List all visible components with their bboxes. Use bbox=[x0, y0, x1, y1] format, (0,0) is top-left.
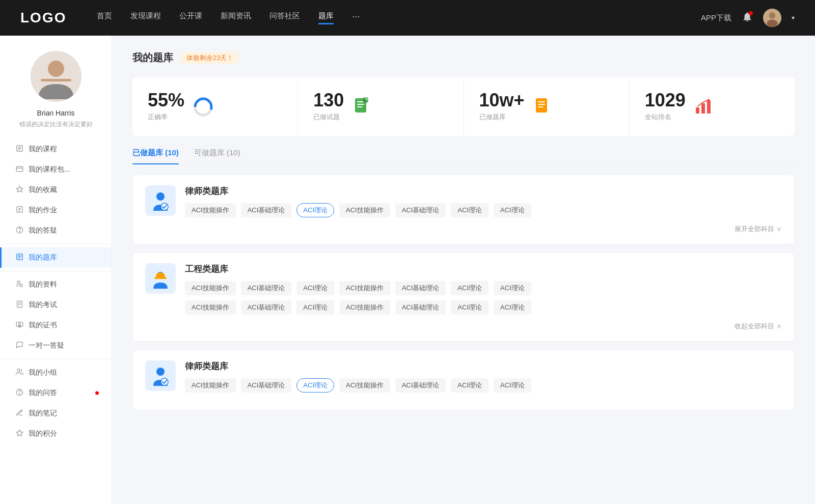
sidebar-item-exam[interactable]: 我的考试 bbox=[0, 295, 112, 315]
engineer-icon bbox=[145, 263, 176, 294]
tag[interactable]: ACI理论 bbox=[494, 378, 531, 393]
lawyer-icon-2 bbox=[145, 360, 176, 391]
sidebar-item-notes[interactable]: 我的笔记 bbox=[0, 403, 112, 424]
sidebar-item-question-bank[interactable]: 我的题库 bbox=[0, 247, 112, 268]
stat-correctness-rate: 55% 正确率 bbox=[132, 77, 298, 136]
tag[interactable]: ACI基础理论 bbox=[395, 300, 446, 315]
nav-discover[interactable]: 发现课程 bbox=[130, 11, 161, 24]
svg-point-4 bbox=[48, 61, 64, 77]
sidebar-item-qa[interactable]: 我的答疑 bbox=[0, 220, 112, 241]
sidebar-item-course-pkg[interactable]: 我的课程包... bbox=[0, 159, 112, 180]
sidebar-item-course[interactable]: 我的课程 bbox=[0, 139, 112, 159]
avatar-image bbox=[763, 9, 781, 27]
nav-questions[interactable]: 题库 bbox=[318, 11, 334, 24]
nav-news[interactable]: 新闻资讯 bbox=[221, 11, 251, 24]
tag[interactable]: ACI技能操作 bbox=[185, 203, 236, 217]
app-download-button[interactable]: APP下载 bbox=[701, 13, 731, 23]
sidebar-item-certificate[interactable]: 我的证书 bbox=[0, 315, 112, 335]
svg-rect-39 bbox=[357, 106, 362, 107]
svg-point-48 bbox=[708, 99, 710, 101]
tag[interactable]: ACI基础理论 bbox=[395, 378, 446, 393]
tag[interactable]: ACI技能操作 bbox=[339, 300, 390, 315]
sidebar-item-materials[interactable]: 我的资料 bbox=[0, 274, 112, 295]
nav-qa[interactable]: 问答社区 bbox=[269, 11, 300, 24]
navbar-right: APP下载 ▾ bbox=[701, 9, 795, 27]
sidebar-item-label: 我的课程 bbox=[29, 145, 57, 154]
svg-rect-43 bbox=[538, 104, 545, 105]
stat-label: 已做试题 bbox=[313, 113, 344, 122]
nav-open-course[interactable]: 公开课 bbox=[179, 11, 202, 24]
notification-bell[interactable] bbox=[742, 11, 753, 24]
logo: LOGO bbox=[20, 10, 66, 26]
stat-done-questions: 130 已做试题 bbox=[298, 77, 464, 136]
main-content: 我的题库 体验剩余23天！ 55% 正确率 bbox=[112, 36, 815, 504]
stat-global-rank: 1029 全站排名 bbox=[630, 77, 795, 136]
tag[interactable]: ACI技能操作 bbox=[339, 378, 390, 393]
tag[interactable]: ACI理论 bbox=[494, 300, 531, 315]
tag[interactable]: ACI技能操作 bbox=[185, 378, 236, 393]
tag[interactable]: ACI基础理论 bbox=[241, 378, 292, 393]
svg-rect-37 bbox=[357, 101, 364, 102]
svg-point-18 bbox=[19, 231, 19, 232]
sidebar-item-label: 我的资料 bbox=[29, 280, 57, 289]
nav-home[interactable]: 首页 bbox=[97, 11, 112, 24]
tag-active[interactable]: ACI理论 bbox=[296, 378, 334, 393]
sidebar-item-favorites[interactable]: 我的收藏 bbox=[0, 180, 112, 200]
page-title-row: 我的题库 体验剩余23天！ bbox=[132, 51, 795, 65]
sidebar-item-homework[interactable]: 我的作业 bbox=[0, 200, 112, 220]
qb-tags-1: ACI技能操作 ACI基础理论 ACI理论 ACI技能操作 ACI基础理论 AC… bbox=[185, 203, 782, 217]
doc-green-icon bbox=[352, 96, 372, 117]
svg-point-33 bbox=[19, 394, 19, 394]
tag[interactable]: ACI理论 bbox=[451, 378, 488, 393]
tag[interactable]: ACI基础理论 bbox=[241, 203, 292, 217]
svg-point-30 bbox=[18, 323, 20, 325]
main-wrapper: Brian Harris 错误的决定比没有决定要好 我的课程 我的课程包... … bbox=[0, 0, 815, 504]
tag[interactable]: ACI基础理论 bbox=[241, 300, 292, 315]
tag[interactable]: ACI技能操作 bbox=[185, 281, 236, 295]
sidebar-item-label: 我的小组 bbox=[29, 368, 57, 377]
tabs-row: 已做题库 (10) 可做题库 (10) bbox=[132, 148, 795, 164]
user-dropdown-arrow[interactable]: ▾ bbox=[792, 14, 795, 21]
qb-title-1: 律师类题库 bbox=[185, 185, 782, 197]
svg-rect-47 bbox=[707, 100, 711, 114]
tag[interactable]: ACI技能操作 bbox=[339, 203, 390, 217]
sidebar-item-1on1[interactable]: 一对一答疑 bbox=[0, 335, 112, 356]
favorites-icon bbox=[15, 185, 23, 194]
tag[interactable]: ACI技能操作 bbox=[339, 281, 390, 295]
sidebar-item-group[interactable]: 我的小组 bbox=[0, 362, 112, 383]
trial-badge: 体验剩余23天！ bbox=[180, 52, 239, 64]
sidebar-item-points[interactable]: 我的积分 bbox=[0, 424, 112, 444]
tag[interactable]: ACI理论 bbox=[494, 281, 531, 295]
sidebar-item-my-qa[interactable]: 我的问答 bbox=[0, 383, 112, 403]
tag[interactable]: ACI理论 bbox=[296, 281, 334, 295]
tag[interactable]: ACI理论 bbox=[451, 300, 488, 315]
sidebar-item-label: 我的收藏 bbox=[29, 185, 57, 194]
tag[interactable]: ACI基础理论 bbox=[395, 203, 446, 217]
homework-icon bbox=[15, 206, 23, 215]
materials-icon bbox=[15, 280, 23, 289]
user-avatar[interactable] bbox=[763, 9, 781, 27]
tag[interactable]: ACI理论 bbox=[451, 281, 488, 295]
tag[interactable]: ACI理论 bbox=[296, 300, 334, 315]
sidebar-item-label: 我的笔记 bbox=[29, 409, 57, 418]
svg-point-23 bbox=[17, 281, 20, 284]
sidebar: Brian Harris 错误的决定比没有决定要好 我的课程 我的课程包... … bbox=[0, 36, 112, 504]
collapse-button[interactable]: 收起全部科目 ∧ bbox=[145, 322, 782, 331]
sidebar-item-label: 我的题库 bbox=[29, 253, 57, 262]
tag[interactable]: ACI理论 bbox=[494, 203, 531, 217]
tab-done-banks[interactable]: 已做题库 (10) bbox=[132, 148, 179, 164]
qb-tags-2-row1: ACI技能操作 ACI基础理论 ACI理论 ACI技能操作 ACI基础理论 AC… bbox=[185, 281, 782, 295]
tag-active[interactable]: ACI理论 bbox=[296, 203, 334, 217]
nav-more[interactable]: ··· bbox=[352, 11, 360, 24]
tag[interactable]: ACI基础理论 bbox=[395, 281, 446, 295]
group-icon bbox=[15, 368, 23, 377]
sidebar-item-label: 我的证书 bbox=[29, 321, 57, 330]
svg-point-1 bbox=[769, 12, 776, 19]
sidebar-item-label: 我的作业 bbox=[29, 206, 57, 215]
tag[interactable]: ACI基础理论 bbox=[241, 281, 292, 295]
stat-value: 10w+ bbox=[479, 91, 525, 109]
tab-available-banks[interactable]: 可做题库 (10) bbox=[194, 148, 240, 164]
expand-button-1[interactable]: 展开全部科目 ∨ bbox=[145, 225, 782, 234]
tag[interactable]: ACI理论 bbox=[451, 203, 488, 217]
tag[interactable]: ACI技能操作 bbox=[185, 300, 236, 315]
